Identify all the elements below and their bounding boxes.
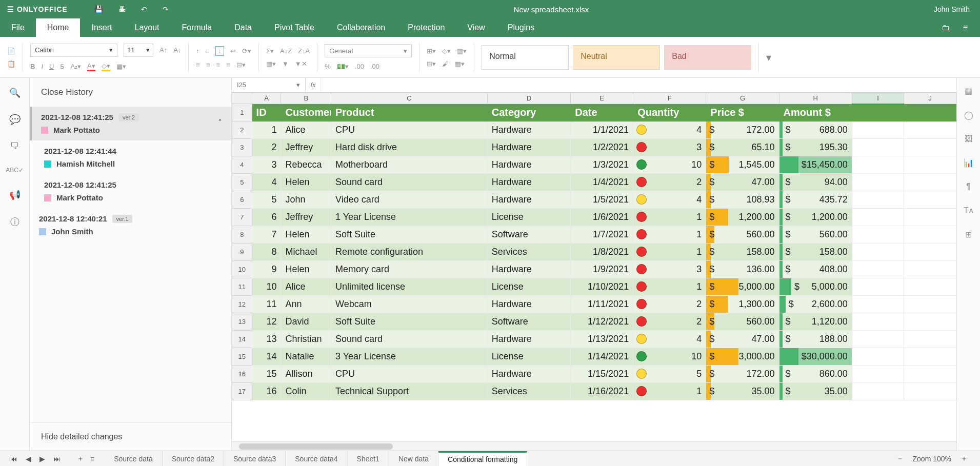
- cell[interactable]: 1/14/2021: [571, 348, 633, 366]
- cell[interactable]: 3: [633, 139, 706, 156]
- cell[interactable]: $172.00: [706, 366, 779, 383]
- cell[interactable]: 1/3/2021: [571, 156, 633, 174]
- bold-icon[interactable]: B: [30, 63, 35, 70]
- cell[interactable]: $35.00: [779, 383, 852, 400]
- next-sheet-icon[interactable]: ▶: [39, 455, 45, 463]
- cell[interactable]: [852, 156, 904, 174]
- sort-asc-icon[interactable]: A↓Z: [280, 47, 292, 55]
- row-header[interactable]: 6: [232, 191, 252, 209]
- cell[interactable]: Rebecca: [281, 156, 331, 174]
- cell[interactable]: $5,000.00: [779, 278, 852, 296]
- sheet-tab[interactable]: Sheet1: [348, 451, 389, 466]
- cell[interactable]: Software: [487, 313, 571, 331]
- menu-tab-layout[interactable]: Layout: [123, 18, 170, 37]
- menu-tab-data[interactable]: Data: [223, 18, 263, 37]
- cell[interactable]: 15: [252, 366, 281, 383]
- column-header[interactable]: A: [252, 93, 281, 104]
- cell[interactable]: [904, 331, 956, 348]
- column-header[interactable]: E: [571, 93, 633, 104]
- filter-icon[interactable]: ▼: [282, 60, 289, 68]
- last-sheet-icon[interactable]: ⏭: [53, 455, 61, 463]
- number-format-select[interactable]: General▾: [325, 44, 412, 57]
- orientation-icon[interactable]: ⟳▾: [242, 47, 251, 55]
- cell[interactable]: [852, 104, 904, 121]
- cell[interactable]: $860.00: [779, 366, 852, 383]
- cell[interactable]: License: [487, 348, 571, 366]
- cell[interactable]: [904, 278, 956, 296]
- cell[interactable]: 10: [633, 348, 706, 366]
- cell[interactable]: [852, 174, 904, 191]
- cell[interactable]: 4: [252, 174, 281, 191]
- cell[interactable]: [852, 331, 904, 348]
- cell[interactable]: $3,000.00: [706, 348, 779, 366]
- cell[interactable]: [904, 313, 956, 331]
- cell[interactable]: 8: [252, 244, 281, 261]
- cell[interactable]: [904, 296, 956, 313]
- cell[interactable]: 1/6/2021: [571, 209, 633, 226]
- cell[interactable]: [852, 209, 904, 226]
- strike-icon[interactable]: S̶: [60, 63, 64, 70]
- cell[interactable]: 5: [633, 366, 706, 383]
- sheet-tab[interactable]: Source data3: [224, 451, 286, 466]
- cell[interactable]: 1: [633, 278, 706, 296]
- column-header[interactable]: D: [487, 93, 571, 104]
- cell[interactable]: Hardware: [487, 261, 571, 278]
- print-icon[interactable]: 🖶: [118, 5, 126, 13]
- cell[interactable]: 10: [252, 278, 281, 296]
- zoom-out-icon[interactable]: －: [896, 454, 904, 463]
- cell[interactable]: [904, 261, 956, 278]
- chart-settings-icon[interactable]: 📊: [964, 158, 974, 168]
- cell[interactable]: Sound card: [331, 331, 487, 348]
- cell[interactable]: $65.10: [706, 139, 779, 156]
- cell[interactable]: Motherboard: [331, 156, 487, 174]
- cell[interactable]: $172.00: [706, 121, 779, 139]
- cell[interactable]: 1/13/2021: [571, 331, 633, 348]
- table-header-cell[interactable]: Price $: [706, 104, 779, 121]
- menu-tab-view[interactable]: View: [456, 18, 496, 37]
- cell[interactable]: $195.30: [779, 139, 852, 156]
- sheet-tab[interactable]: Source data2: [163, 451, 224, 466]
- sheet-tab[interactable]: New data: [389, 451, 438, 466]
- cell[interactable]: 4: [633, 121, 706, 139]
- prev-sheet-icon[interactable]: ◀: [26, 455, 31, 463]
- folder-icon[interactable]: 🗀: [942, 23, 950, 32]
- cell[interactable]: 2: [633, 313, 706, 331]
- cell[interactable]: $158.00: [706, 244, 779, 261]
- column-header[interactable]: G: [706, 93, 779, 104]
- spellcheck-icon[interactable]: ABC✓: [6, 167, 24, 174]
- row-header[interactable]: 13: [232, 313, 252, 331]
- cell[interactable]: Hardware: [487, 296, 571, 313]
- row-header[interactable]: 16: [232, 366, 252, 383]
- font-select[interactable]: Calibri▾: [30, 44, 117, 57]
- cell[interactable]: Webcam: [331, 296, 487, 313]
- decrease-font-icon[interactable]: A↓: [173, 46, 181, 54]
- cell[interactable]: $1,200.00: [706, 209, 779, 226]
- cell[interactable]: 2: [633, 296, 706, 313]
- cell[interactable]: Hardware: [487, 366, 571, 383]
- insert-cells-icon[interactable]: ⊞▾: [427, 47, 436, 55]
- cell[interactable]: 3: [252, 156, 281, 174]
- cell[interactable]: 1/1/2021: [571, 121, 633, 139]
- user-name[interactable]: John Smith: [934, 5, 980, 13]
- sheet-tab[interactable]: Source data: [105, 451, 163, 466]
- column-header[interactable]: H: [779, 93, 852, 104]
- cell[interactable]: 4: [633, 191, 706, 209]
- conditional-format-icon[interactable]: ▦▾: [457, 47, 467, 55]
- grid[interactable]: ABCDEFGHIJ1IDCustomerProductCategoryDate…: [232, 92, 956, 441]
- border-icon[interactable]: ▦▾: [116, 63, 126, 70]
- fill-icon[interactable]: ▦▾: [266, 60, 276, 68]
- cell[interactable]: Helen: [281, 261, 331, 278]
- menu-tab-insert[interactable]: Insert: [80, 18, 123, 37]
- table-header-cell[interactable]: Quantity: [633, 104, 706, 121]
- table-header-cell[interactable]: ID: [252, 104, 281, 121]
- cell[interactable]: Christian: [281, 331, 331, 348]
- cell[interactable]: David: [281, 313, 331, 331]
- menu-tab-pivot-table[interactable]: Pivot Table: [263, 18, 326, 37]
- cell[interactable]: 9: [252, 261, 281, 278]
- cell[interactable]: Sound card: [331, 174, 487, 191]
- cell[interactable]: [904, 104, 956, 121]
- cell[interactable]: [852, 383, 904, 400]
- cell[interactable]: Hardware: [487, 331, 571, 348]
- menu-tab-file[interactable]: File: [0, 18, 36, 37]
- zoom-level[interactable]: Zoom 100%: [913, 455, 951, 463]
